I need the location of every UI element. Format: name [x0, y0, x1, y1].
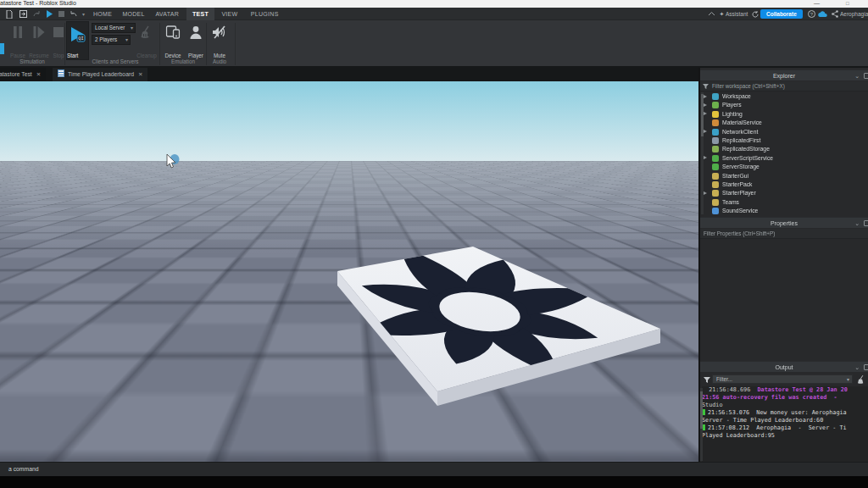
expand-arrow-icon[interactable]	[704, 95, 707, 98]
explorer-item-material-service[interactable]: MaterialService	[700, 119, 868, 127]
close-icon[interactable]: ✕	[36, 71, 41, 77]
expand-arrow-icon[interactable]	[704, 130, 707, 133]
explorer-item-starter-gui[interactable]: StarterGui	[700, 172, 868, 180]
output-log[interactable]: 21:56:48.696 Datastore Test @ 28 Jan 202…	[702, 386, 868, 462]
chevron-down-icon: ▾	[131, 24, 133, 32]
menu-tab-test[interactable]: TEST	[186, 8, 214, 20]
right-panel-column: Explorer ⌄ Filter workspace (Ctrl+Shift+…	[698, 68, 868, 462]
close-icon[interactable]: ✕	[138, 71, 142, 77]
stop-quick-icon[interactable]	[57, 9, 66, 19]
help-icon[interactable]: ?	[807, 9, 816, 19]
undo-icon[interactable]	[69, 9, 78, 19]
tab-datastore-test[interactable]: Datastore Test✕	[0, 68, 46, 81]
explorer-title: Explorer	[700, 70, 868, 81]
explorer-item-label: ReplicatedStorage	[722, 145, 770, 153]
explorer-item-label: Workspace	[722, 92, 751, 101]
start-button[interactable]: QI Start	[66, 21, 89, 60]
properties-filter[interactable]: Filter Properties (Ctrl+Shift+P)	[700, 229, 868, 239]
explorer-item-replicated-first[interactable]: ReplicatedFirst	[700, 136, 868, 145]
svg-text:QI: QI	[78, 36, 84, 41]
resume-icon	[33, 25, 46, 39]
explorer-item-starter-player[interactable]: StarterPlayer	[700, 189, 868, 197]
chevron-down-icon[interactable]: ⌄	[854, 362, 860, 373]
explorer-item-lighting[interactable]: Lighting	[700, 110, 868, 119]
output-line: 21:57:08.212 Aerophagia - Server - Ti	[702, 424, 868, 432]
explorer-item-label: ServerScriptService	[722, 154, 773, 163]
explorer-header[interactable]: Explorer ⌄	[700, 69, 868, 80]
menu-tab-model[interactable]: MODEL	[116, 8, 150, 20]
mute-icon	[212, 25, 227, 39]
expand-arrow-icon[interactable]	[704, 112, 707, 115]
output-filter-funnel-icon[interactable]	[704, 377, 710, 383]
viewport-overlay	[0, 81, 698, 462]
explorer-item-network-client[interactable]: NetworkClient	[700, 128, 868, 136]
pin-icon[interactable]	[864, 364, 868, 370]
username-label[interactable]: Aerophagia	[840, 8, 868, 20]
cloud-icon[interactable]	[818, 9, 827, 19]
player-count-dropdown[interactable]: 2 Players▾	[92, 35, 131, 45]
expand-arrow-icon[interactable]	[704, 103, 707, 107]
menu-tab-home[interactable]: HOME	[87, 8, 118, 20]
script-icon	[58, 69, 64, 77]
explorer-item-label: Teams	[722, 198, 739, 207]
chevron-down-icon[interactable]: ⌄	[854, 70, 860, 81]
play-quick-icon[interactable]	[45, 9, 54, 19]
expand-arrow-icon[interactable]	[704, 191, 707, 195]
explorer-scrollbar[interactable]	[701, 92, 704, 214]
output-scrollbar[interactable]	[700, 388, 703, 461]
mute-button[interactable]: Mute	[209, 22, 231, 58]
menu-tab-avatar[interactable]: AVATAR	[149, 8, 185, 20]
server-mode-dropdown[interactable]: Local Server▾	[92, 23, 136, 33]
explorer-item-replicated-storage[interactable]: ReplicatedStorage	[700, 145, 868, 153]
command-bar-text: a command	[8, 463, 39, 475]
pin-icon[interactable]	[864, 220, 868, 226]
network-client-icon	[712, 129, 719, 136]
group-divider	[64, 23, 65, 65]
explorer-item-server-storage[interactable]: ServerStorage	[700, 163, 868, 171]
sync-icon[interactable]	[750, 9, 760, 19]
explorer-item-teams[interactable]: Teams	[700, 198, 868, 207]
collaborate-button[interactable]: Collaborate	[760, 9, 803, 19]
explorer-filter[interactable]: Filter workspace (Ctrl+Shift+X)	[700, 81, 868, 92]
menu-tab-view[interactable]: VIEW	[215, 8, 243, 20]
menubar-right: ✦ Assistant Collaborate ? Aerophagia	[707, 8, 868, 20]
output-line: Server - Time Played Leaderboard:60	[702, 417, 868, 424]
clear-output-broom-icon[interactable]	[857, 374, 866, 385]
new-file-icon[interactable]	[4, 9, 14, 19]
open-file-icon[interactable]	[19, 9, 28, 19]
redo-icon[interactable]	[32, 9, 42, 19]
explorer-item-starter-pack[interactable]: StarterPack	[700, 180, 868, 189]
properties-title: Properties	[700, 218, 868, 229]
menu-bar: ▾ HOMEMODELAVATARTESTVIEWPLUGINS ✦ Assis…	[0, 8, 868, 20]
device-icon	[166, 25, 181, 39]
explorer-item-workspace[interactable]: Workspace	[700, 92, 868, 101]
bottom-black-strip	[0, 476, 868, 488]
ribbon-toolbar: Pause Resume Stop QI Start	[0, 20, 868, 66]
share-icon[interactable]	[830, 9, 839, 19]
pin-icon[interactable]	[864, 73, 868, 79]
output-line: Studio	[702, 402, 868, 409]
assistant-button[interactable]: Assistant	[726, 8, 748, 20]
starter-gui-icon	[712, 173, 719, 180]
explorer-item-server-script[interactable]: ServerScriptService	[700, 154, 868, 163]
properties-header[interactable]: Properties ⌄	[700, 217, 868, 228]
tab-time-played-leaderboard[interactable]: Time Played Leaderboard✕	[53, 68, 147, 81]
output-filter-dropdown[interactable]: Filter... ▾	[712, 374, 853, 384]
explorer-item-label: Players	[722, 101, 742, 109]
menu-tab-plugins[interactable]: PLUGINS	[245, 8, 285, 20]
explorer-item-sound-service[interactable]: SoundService	[700, 207, 868, 215]
cleanup-broom-icon	[140, 25, 153, 39]
maximize-button[interactable]: □	[846, 1, 849, 6]
output-line: 21:56:48.696 Datastore Test @ 28 Jan 20	[702, 386, 868, 394]
output-line: Played Leaderboard:95	[702, 432, 868, 440]
output-header[interactable]: Output ⌄	[700, 361, 868, 372]
server-script-icon	[712, 155, 719, 162]
expand-arrow-icon[interactable]	[704, 156, 707, 159]
viewport-3d[interactable]	[0, 81, 698, 462]
minimize-button[interactable]: —	[814, 0, 820, 6]
explorer-item-players[interactable]: Players	[700, 101, 868, 109]
collapse-ribbon-icon[interactable]	[707, 9, 716, 19]
chevron-down-icon[interactable]: ⌄	[854, 218, 860, 229]
player-icon	[190, 25, 203, 39]
command-bar[interactable]: a command	[0, 462, 868, 476]
